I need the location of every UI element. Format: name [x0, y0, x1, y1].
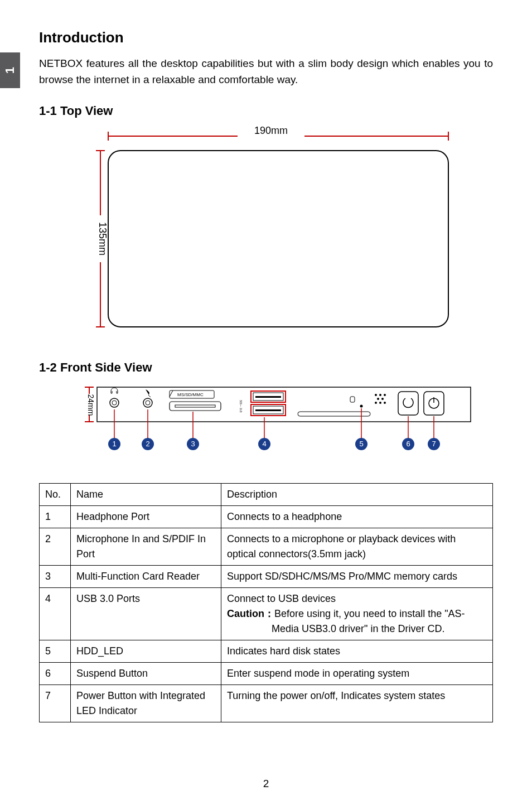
cell-desc: Indicates hard disk states — [221, 640, 493, 662]
cell-no: 1 — [40, 505, 71, 528]
callout-3: 3 — [191, 440, 195, 448]
svg-rect-22 — [175, 405, 215, 407]
table-row: 7Power Button with Integrated LED Indica… — [40, 684, 493, 722]
ports-table: No. Name Description 1Headphone PortConn… — [39, 483, 493, 722]
svg-point-33 — [379, 394, 381, 396]
col-desc: Description — [221, 483, 493, 505]
svg-rect-28 — [255, 409, 281, 411]
table-row: 2Microphone In and S/PDIF In PortConnect… — [40, 528, 493, 565]
cell-no: 3 — [40, 565, 71, 587]
cell-desc: Connects to a microphone or playback dev… — [221, 528, 493, 565]
callout-2: 2 — [146, 440, 149, 448]
svg-rect-8 — [108, 151, 448, 327]
svg-point-31 — [360, 404, 363, 407]
svg-line-16 — [148, 395, 151, 397]
svg-point-34 — [384, 394, 386, 396]
page-number: 2 — [0, 778, 532, 790]
svg-rect-21 — [170, 402, 221, 411]
table-row: 6Suspend ButtonEnter suspend mode in ope… — [40, 662, 493, 684]
callout-5: 5 — [359, 440, 363, 448]
svg-point-38 — [379, 402, 381, 404]
svg-point-35 — [377, 398, 379, 400]
cell-desc: Turning the power on/off, Indicates syst… — [221, 684, 493, 722]
callout-7: 7 — [432, 440, 436, 448]
cell-desc: Enter suspend mode in operating system — [221, 662, 493, 684]
svg-point-32 — [375, 394, 377, 396]
cell-no: 6 — [40, 662, 71, 684]
front-height-label: 24mm — [86, 394, 95, 416]
cell-desc: Connect to USB devicesCaution：Before usi… — [221, 587, 493, 640]
cell-name: Headphone Port — [71, 505, 221, 528]
svg-point-15 — [112, 401, 117, 405]
heading-top-view: 1-1 Top View — [39, 104, 493, 118]
cell-no: 5 — [40, 640, 71, 662]
cell-name: Microphone In and S/PDIF In Port — [71, 528, 221, 565]
cell-no: 7 — [40, 684, 71, 722]
card-slot-label: MS/SD/MMC — [177, 392, 204, 397]
cell-desc: Connects to a headphone — [221, 505, 493, 528]
svg-point-14 — [110, 398, 119, 407]
table-row: 4USB 3.0 PortsConnect to USB devicesCaut… — [40, 587, 493, 640]
cell-no: 2 — [40, 528, 71, 565]
table-row: 5HDD_LEDIndicates hard disk states — [40, 640, 493, 662]
heading-front-view: 1-2 Front Side View — [39, 360, 493, 375]
chapter-number: 1 — [3, 67, 17, 74]
top-view-diagram: 190mm 135mm — [75, 126, 493, 338]
svg-point-36 — [381, 398, 384, 400]
cell-name: HDD_LED — [71, 640, 221, 662]
table-row: 1Headphone PortConnects to a headphone — [40, 505, 493, 528]
chapter-side-tab: 1 — [0, 52, 20, 88]
svg-point-17 — [143, 398, 152, 407]
cell-name: Power Button with Integrated LED Indicat… — [71, 684, 221, 722]
front-view-diagram: 24mm — [75, 383, 493, 461]
callout-1: 1 — [112, 440, 116, 448]
callout-4: 4 — [262, 440, 266, 448]
cell-name: USB 3.0 Ports — [71, 587, 221, 640]
table-row: 3Multi-Function Card ReaderSupport SD/SD… — [40, 565, 493, 587]
svg-point-37 — [375, 402, 377, 404]
top-height-label: 135mm — [97, 222, 108, 255]
svg-point-18 — [146, 401, 150, 405]
intro-paragraph: NETBOX features all the desktop capabili… — [39, 55, 493, 88]
cell-name: Multi-Function Card Reader — [71, 565, 221, 587]
top-width-label: 190mm — [254, 126, 288, 136]
svg-point-39 — [384, 402, 386, 404]
svg-rect-40 — [398, 392, 418, 415]
cell-desc: Support SD/SDHC/MS/MS Pro/MMC memory car… — [221, 565, 493, 587]
callout-6: 6 — [406, 440, 410, 448]
svg-line-20 — [170, 390, 173, 397]
heading-introduction: Introduction — [39, 29, 493, 46]
col-no: No. — [40, 483, 71, 505]
usb-label: SS←3.0 — [239, 400, 243, 413]
cell-no: 4 — [40, 587, 71, 640]
svg-rect-25 — [255, 396, 281, 398]
col-name: Name — [71, 483, 221, 505]
svg-rect-29 — [298, 412, 370, 416]
svg-rect-30 — [350, 397, 355, 402]
svg-rect-41 — [424, 392, 444, 415]
cell-name: Suspend Button — [71, 662, 221, 684]
